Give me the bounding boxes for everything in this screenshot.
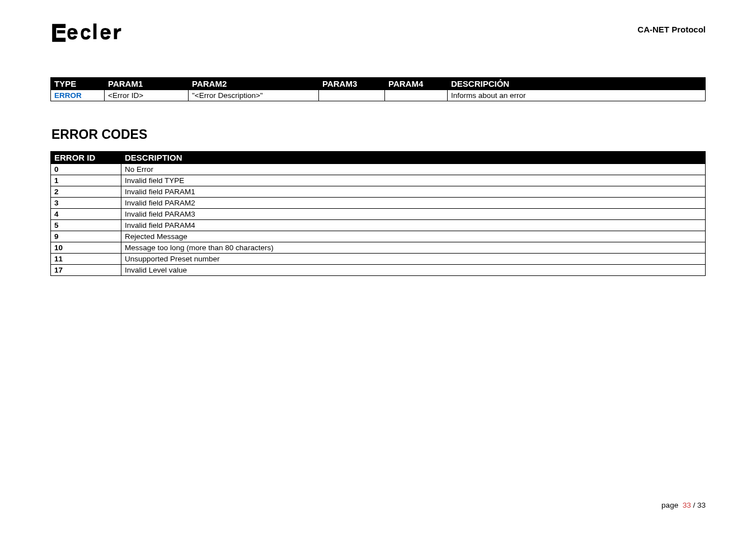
col-header-param4: PARAM4: [385, 78, 448, 90]
col-header-param3: PARAM3: [319, 78, 385, 90]
footer-sep: /: [691, 501, 697, 509]
footer-page-label: page: [661, 501, 678, 509]
cell-error-id: 4: [51, 209, 121, 220]
table-row: 11Unsupported Preset number: [51, 254, 706, 265]
cell-error-id: 10: [51, 242, 121, 254]
cell-error-id: 9: [51, 231, 121, 242]
section-title-error-codes: ERROR CODES: [51, 127, 706, 142]
cell-param1: <Error ID>: [105, 90, 189, 101]
protocol-label: CA-NET Protocol: [637, 25, 706, 34]
cell-error-desc: Invalid field PARAM2: [121, 198, 706, 209]
col-header-type: TYPE: [51, 78, 105, 90]
cell-type: ERROR: [51, 90, 105, 101]
cell-param2: "<Error Description>": [189, 90, 319, 101]
params-table-header: TYPE PARAM1 PARAM2 PARAM3 PARAM4 DESCRIP…: [51, 78, 706, 90]
page: CA-NET Protocol TYPE PARAM1 PARAM2 PARAM…: [0, 0, 756, 534]
cell-param4: [385, 90, 448, 101]
error-type-link[interactable]: ERROR: [54, 91, 82, 100]
cell-error-desc: Invalid field PARAM1: [121, 186, 706, 198]
error-codes-header: ERROR ID DESCRIPTION: [51, 152, 706, 164]
cell-error-desc: Invalid field TYPE: [121, 175, 706, 186]
cell-error-id: 17: [51, 265, 121, 276]
cell-error-desc: Invalid field PARAM4: [121, 220, 706, 231]
table-row: 17Invalid Level value: [51, 265, 706, 276]
col-header-param2: PARAM2: [189, 78, 319, 90]
table-row: 3Invalid field PARAM2: [51, 198, 706, 209]
col-header-param1: PARAM1: [105, 78, 189, 90]
col-header-descripcion: DESCRIPCIÓN: [448, 78, 706, 90]
table-row: 5Invalid field PARAM4: [51, 220, 706, 231]
svg-rect-0: [93, 24, 97, 39]
col-header-error-id: ERROR ID: [51, 152, 121, 164]
cell-error-desc: Invalid Level value: [121, 265, 706, 276]
cell-error-desc: Unsupported Preset number: [121, 254, 706, 265]
page-footer: page 33 / 33: [661, 501, 706, 509]
cell-descripcion: Informs about an error: [448, 90, 706, 101]
cell-error-id: 3: [51, 198, 121, 209]
footer-current-page: 33: [683, 501, 691, 509]
cell-error-id: 0: [51, 164, 121, 175]
cell-error-id: 1: [51, 175, 121, 186]
page-header: CA-NET Protocol: [50, 21, 706, 46]
cell-error-id: 5: [51, 220, 121, 231]
cell-error-desc: Rejected Message: [121, 231, 706, 242]
col-header-description: DESCRIPTION: [121, 152, 706, 164]
table-row: ERROR <Error ID> "<Error Description>" I…: [51, 90, 706, 101]
cell-error-desc: Invalid field PARAM3: [121, 209, 706, 220]
cell-error-desc: No Error: [121, 164, 706, 175]
cell-param3: [319, 90, 385, 101]
error-codes-table: ERROR ID DESCRIPTION 0No Error 1Invalid …: [50, 151, 706, 276]
table-row: 4Invalid field PARAM3: [51, 209, 706, 220]
table-row: 2Invalid field PARAM1: [51, 186, 706, 198]
table-row: 1Invalid field TYPE: [51, 175, 706, 186]
table-row: 0No Error: [51, 164, 706, 175]
cell-error-id: 2: [51, 186, 121, 198]
cell-error-desc: Message too long (more than 80 character…: [121, 242, 706, 254]
footer-total-pages: 33: [697, 501, 706, 509]
cell-error-id: 11: [51, 254, 121, 265]
ecler-logo: [50, 21, 149, 46]
table-row: 10Message too long (more than 80 charact…: [51, 242, 706, 254]
table-row: 9Rejected Message: [51, 231, 706, 242]
params-table: TYPE PARAM1 PARAM2 PARAM3 PARAM4 DESCRIP…: [50, 77, 706, 101]
